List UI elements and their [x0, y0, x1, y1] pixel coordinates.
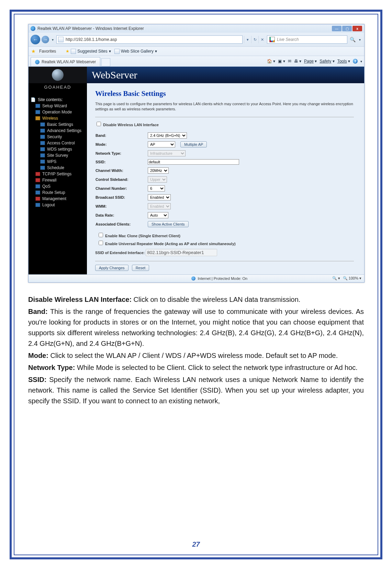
search-button[interactable]: 🔍: [349, 36, 356, 43]
star-icon: ★: [66, 49, 69, 54]
web-slice-link[interactable]: Web Slice Gallery ▾: [114, 49, 157, 54]
nav-firewall[interactable]: Firewall: [35, 177, 87, 183]
nav-setup-wizard[interactable]: Setup Wizard: [35, 103, 87, 109]
safety-menu[interactable]: Safety ▾: [320, 59, 334, 64]
favorites-star-icon[interactable]: ★: [31, 48, 36, 54]
nav-history-dropdown[interactable]: ▾: [51, 38, 55, 42]
favorites-label: Favorites: [39, 49, 56, 54]
zoom-icon[interactable]: 🔍 ▾: [332, 276, 340, 281]
data-rate-select[interactable]: Auto: [148, 212, 168, 218]
nav-tcpip[interactable]: TCP/IP Settings: [35, 171, 87, 177]
minimize-button[interactable]: —: [332, 26, 341, 31]
nav-logout[interactable]: Logout: [35, 202, 87, 208]
universal-repeater-checkbox[interactable]: [99, 241, 103, 245]
nav-route-setup[interactable]: Route Setup: [35, 189, 87, 196]
banner: WebServer: [87, 67, 364, 83]
apply-changes-button[interactable]: Apply Changes: [95, 265, 128, 271]
forward-button[interactable]: →: [42, 36, 49, 43]
live-search-icon: [269, 37, 275, 42]
brand-text: GOAHEAD: [29, 83, 87, 92]
router-page: GOAHEAD 📄 Site contents: Setup Wizard Op…: [29, 67, 364, 274]
document-body: Disable Wireless LAN Interface: Click on…: [28, 294, 364, 406]
ssid-input[interactable]: [148, 159, 239, 165]
para-disable-label: Disable Wireless LAN Interface:: [28, 296, 132, 303]
nav-wps[interactable]: WPS: [40, 158, 87, 165]
settings-form: Band: 2.4 GHz (B+G+N) Mode: AP Multiple …: [95, 130, 354, 230]
page-icon: [58, 37, 64, 42]
para-band-text: This is the range of frequencies the gat…: [28, 308, 364, 347]
back-button[interactable]: ←: [31, 35, 40, 44]
protected-mode-text: Internet | Protected Mode: On: [198, 276, 247, 281]
nav-management[interactable]: Management: [35, 196, 87, 202]
universal-repeater-label: Enable Universal Repeater Mode (Acting a…: [105, 242, 236, 246]
favorites-bar: ★ Favorites ★ Suggested Sites ▾ Web Slic…: [29, 47, 364, 56]
page-number: 27: [14, 540, 378, 548]
band-select[interactable]: 2.4 GHz (B+G+N): [148, 132, 187, 139]
nav-wireless[interactable]: Wireless: [35, 115, 87, 121]
reset-button[interactable]: Reset: [132, 265, 149, 271]
help-icon[interactable]: ?: [353, 59, 358, 64]
multiple-ap-button[interactable]: Multiple AP: [180, 141, 207, 147]
nav-operation-mode[interactable]: Operation Mode: [35, 109, 87, 115]
para-nettype-label: Network Type:: [28, 364, 75, 371]
internet-zone-icon: [191, 276, 195, 281]
globe-icon: [52, 69, 64, 81]
nav-basic-settings[interactable]: Basic Settings: [40, 121, 87, 128]
url-text: http://192.168.1.1/home.asp: [66, 37, 117, 42]
page-menu[interactable]: Page ▾: [304, 59, 317, 64]
feeds-icon[interactable]: ▣ ▾: [278, 59, 285, 64]
tab-title: Realtek WLAN AP Webserver: [42, 59, 96, 64]
broadcast-ssid-select[interactable]: Enabled: [148, 194, 171, 200]
nav-site-survey[interactable]: Site Survey: [40, 152, 87, 158]
channel-number-select[interactable]: 6: [148, 185, 165, 192]
address-input[interactable]: http://192.168.1.1/home.asp: [56, 35, 243, 44]
mail-icon[interactable]: ✉: [288, 59, 291, 64]
broadcast-ssid-label: Broadcast SSID:: [95, 194, 147, 201]
print-icon[interactable]: 🖶 ▾: [294, 59, 301, 64]
dropdown-icon[interactable]: ▾: [244, 36, 251, 43]
channel-width-label: Channel Width:: [95, 167, 147, 174]
page-icon: [114, 49, 120, 54]
status-bar: Internet | Protected Mode: On 🔍 ▾ 🔍 100%…: [29, 274, 364, 282]
mac-clone-checkbox[interactable]: [99, 233, 103, 237]
page-heading: Wireless Basic Settings: [95, 89, 354, 98]
nav-qos[interactable]: QoS: [35, 183, 87, 189]
ie-icon: [31, 26, 35, 31]
para-ssid-label: SSID:: [28, 376, 46, 383]
ext-ssid-input: [146, 249, 217, 256]
ssid-label: SSID:: [95, 159, 147, 165]
nav-security[interactable]: Security: [40, 134, 87, 140]
window-titlebar: Realtek WLAN AP Webserver - Windows Inte…: [29, 24, 364, 33]
para-nettype-text: While Mode is selected to be Client. Cli…: [75, 364, 358, 371]
channel-width-select[interactable]: 20MHz: [148, 167, 169, 174]
window-title: Realtek WLAN AP Webserver - Windows Inte…: [37, 26, 144, 31]
mac-clone-label: Enable Mac Clone (Single Ethernet Client…: [105, 234, 180, 238]
close-button[interactable]: x: [352, 26, 362, 31]
zoom-level[interactable]: 🔍 100% ▾: [343, 276, 361, 281]
search-input[interactable]: Live Search: [267, 35, 347, 44]
suggested-sites-link[interactable]: ★ Suggested Sites ▾: [66, 49, 111, 54]
command-bar: 🏠 ▾ ▣ ▾ ✉ 🖶 ▾ Page ▾ Safety ▾ Tools ▾ ?▾: [267, 56, 362, 66]
tab-active[interactable]: Realtek WLAN AP Webserver: [31, 57, 100, 66]
channel-number-label: Channel Number:: [95, 185, 147, 192]
nav-wds-settings[interactable]: WDS settings: [40, 146, 87, 152]
show-active-clients-button[interactable]: Show Active Clients: [148, 221, 189, 227]
control-sideband-select: Upper: [148, 176, 167, 183]
refresh-icon[interactable]: ↻: [251, 36, 258, 43]
search-placeholder: Live Search: [277, 37, 299, 42]
stop-icon[interactable]: ✕: [258, 36, 266, 43]
para-mode-label: Mode:: [28, 352, 48, 359]
nav-advanced-settings[interactable]: Advanced Settings: [40, 128, 87, 134]
para-mode-text: Click to select the WLAN AP / Client / W…: [48, 352, 338, 359]
main-panel: Wireless Basic Settings This page is use…: [87, 83, 364, 274]
para-disable-text: Click on to disable the wireless LAN dat…: [132, 296, 300, 303]
maximize-button[interactable]: ▢: [342, 26, 352, 31]
disable-wlan-checkbox[interactable]: [97, 122, 101, 126]
home-icon[interactable]: 🏠 ▾: [267, 59, 275, 64]
mode-select[interactable]: AP: [148, 141, 175, 147]
nav-access-control[interactable]: Access Control: [40, 140, 87, 146]
tools-menu[interactable]: Tools ▾: [337, 59, 350, 64]
new-tab-button[interactable]: [101, 58, 110, 66]
nav-schedule[interactable]: Schedule: [40, 165, 87, 171]
search-dropdown[interactable]: ▾: [358, 38, 362, 42]
